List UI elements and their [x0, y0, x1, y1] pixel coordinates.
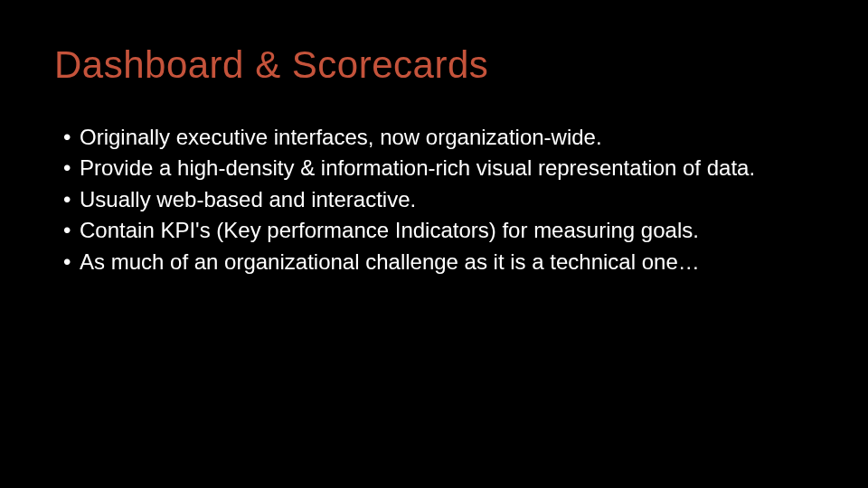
- bullet-list: Originally executive interfaces, now org…: [54, 123, 814, 277]
- slide-container: Dashboard & Scorecards Originally execut…: [0, 0, 868, 488]
- bullet-item: Contain KPI's (Key performance Indicator…: [63, 216, 814, 245]
- slide-title: Dashboard & Scorecards: [54, 43, 814, 87]
- bullet-item: Usually web-based and interactive.: [63, 185, 814, 214]
- bullet-item: As much of an organizational challenge a…: [63, 248, 814, 277]
- bullet-item: Provide a high-density & information-ric…: [63, 154, 814, 183]
- bullet-item: Originally executive interfaces, now org…: [63, 123, 814, 152]
